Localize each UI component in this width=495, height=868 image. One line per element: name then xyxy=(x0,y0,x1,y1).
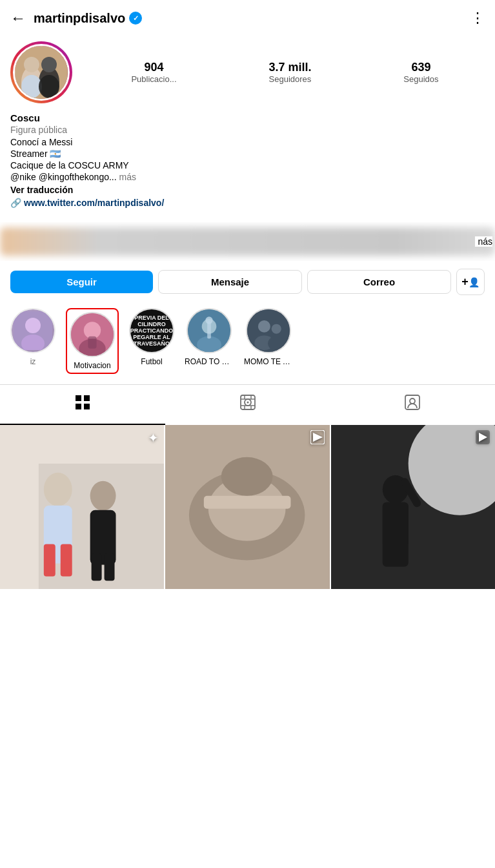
svg-point-20 xyxy=(258,320,270,333)
svg-rect-43 xyxy=(44,544,56,577)
bio-line2: Streamer 🇦🇷 xyxy=(10,149,485,159)
mensaje-button[interactable]: Mensaje xyxy=(158,270,302,294)
svg-rect-24 xyxy=(76,395,81,401)
highlight-circle-iz xyxy=(10,308,56,353)
grid-icon xyxy=(74,394,91,415)
bio-line3: Cacique de la COSCU ARMY xyxy=(10,160,485,170)
following-label: Seguidos xyxy=(403,74,438,84)
highlight-item-road[interactable]: ROAD TO VEL... xyxy=(185,308,234,374)
highlight-label-momo: MOMO TE A... xyxy=(244,357,293,366)
highlight-item-iz[interactable]: iz xyxy=(10,308,56,374)
bio-section: Coscu Figura pública Conocí a Messi Stre… xyxy=(10,112,485,208)
correo-button[interactable]: Correo xyxy=(307,270,451,294)
avatar-image xyxy=(15,46,68,99)
header-username: martinpdisalvo xyxy=(34,11,125,26)
svg-point-6 xyxy=(39,75,59,98)
action-buttons: Seguir Mensaje Correo +👤 xyxy=(0,261,495,303)
svg-point-38 xyxy=(410,398,415,404)
tab-tagged[interactable] xyxy=(330,385,495,425)
video-overlay-icon xyxy=(310,430,325,448)
username-row: martinpdisalvo ✓ xyxy=(34,11,142,26)
profile-top: 904 Publicacio... 3.7 mill. Seguidores 6… xyxy=(10,41,485,103)
photo-cell-2[interactable] xyxy=(165,425,329,589)
followers-label: Seguidores xyxy=(269,74,312,84)
posts-label: Publicacio... xyxy=(131,74,176,84)
header: ← martinpdisalvo ✓ ⋮ xyxy=(0,0,495,36)
svg-point-53 xyxy=(221,457,273,496)
header-left: ← martinpdisalvo ✓ xyxy=(10,9,142,27)
svg-point-21 xyxy=(272,324,281,334)
tagged-icon xyxy=(404,394,421,415)
svg-point-8 xyxy=(25,318,41,333)
svg-rect-52 xyxy=(204,496,291,509)
tab-grid[interactable] xyxy=(0,385,165,425)
highlight-circle-momo xyxy=(246,308,291,353)
following-count: 639 xyxy=(411,61,430,74)
bio-line4: @nike @kingofthekongo... más xyxy=(10,172,485,182)
svg-point-30 xyxy=(247,402,248,404)
bio-website-link[interactable]: www.twitter.com/martinpdisalvo/ xyxy=(24,198,164,208)
svg-rect-17 xyxy=(207,322,211,338)
svg-rect-60 xyxy=(382,502,408,567)
svg-rect-47 xyxy=(92,553,102,581)
story-highlights: iz Motivacion PREVIA DEL xyxy=(0,303,495,379)
highlight-item-motivacion[interactable]: Motivacion xyxy=(70,312,115,370)
video-overlay-icon-2 xyxy=(476,430,490,448)
svg-point-11 xyxy=(84,322,101,338)
tab-reels[interactable] xyxy=(165,385,330,425)
bio-line1: Conocí a Messi xyxy=(10,137,485,147)
highlight-circle-motivacion xyxy=(70,312,115,357)
more-options-button[interactable]: ⋮ xyxy=(470,10,485,26)
ver-traduccion[interactable]: Ver traducción xyxy=(10,185,485,195)
highlight-item-momo[interactable]: MOMO TE A... xyxy=(244,308,293,374)
svg-rect-13 xyxy=(88,336,96,349)
reels-icon xyxy=(239,394,256,415)
svg-point-16 xyxy=(197,336,221,353)
highlight-img-motivacion xyxy=(71,313,114,356)
svg-rect-26 xyxy=(76,404,81,409)
bio-category: Figura pública xyxy=(10,125,485,135)
highlight-circle-futbol: PREVIA DEL CILINDROPRACTICANDOPEGARLE AL… xyxy=(129,308,174,353)
highlight-img-futbol: PREVIA DEL CILINDROPRACTICANDOPEGARLE AL… xyxy=(130,309,173,352)
display-name: Coscu xyxy=(10,112,485,123)
svg-rect-27 xyxy=(84,404,90,409)
verified-badge: ✓ xyxy=(129,12,142,25)
svg-point-18 xyxy=(205,316,212,324)
svg-point-23 xyxy=(268,336,285,351)
highlight-wrapper-motivacion[interactable]: Motivacion xyxy=(66,308,119,374)
bio-link-row: 🔗 www.twitter.com/martinpdisalvo/ xyxy=(10,198,485,208)
highlight-img-road xyxy=(188,309,230,352)
photo-cell-3[interactable] xyxy=(331,425,495,589)
profile-section: 904 Publicacio... 3.7 mill. Seguidores 6… xyxy=(0,36,495,222)
photo-cell-1[interactable]: ✦ xyxy=(0,425,164,589)
stat-posts[interactable]: 904 Publicacio... xyxy=(131,61,176,84)
highlight-img-momo xyxy=(247,309,290,352)
highlight-label-futbol: Futbol xyxy=(141,357,162,366)
stat-followers[interactable]: 3.7 mill. Seguidores xyxy=(268,61,311,84)
stat-following[interactable]: 639 Seguidos xyxy=(403,61,438,84)
highlight-item-futbol[interactable]: PREVIA DEL CILINDROPRACTICANDOPEGARLE AL… xyxy=(129,308,174,374)
svg-point-2 xyxy=(24,57,39,72)
avatar-ring xyxy=(10,41,72,103)
bio-more[interactable]: más xyxy=(119,172,136,182)
svg-point-41 xyxy=(44,473,72,506)
add-person-icon: +👤 xyxy=(461,275,480,289)
avatar-wrapper[interactable] xyxy=(10,41,72,103)
svg-rect-48 xyxy=(105,553,115,581)
tab-bar xyxy=(0,384,495,425)
link-icon: 🔗 xyxy=(10,198,21,208)
highlight-label-iz: iz xyxy=(30,357,36,366)
svg-point-45 xyxy=(90,481,116,511)
add-friend-button[interactable]: +👤 xyxy=(456,269,485,295)
star-overlay-icon: ✦ xyxy=(148,430,159,446)
highlights-bar: nás xyxy=(0,222,495,261)
seguir-button[interactable]: Seguir xyxy=(10,271,153,293)
svg-rect-44 xyxy=(61,544,72,577)
back-button[interactable]: ← xyxy=(10,9,26,27)
stats-row: 904 Publicacio... 3.7 mill. Seguidores 6… xyxy=(85,61,485,84)
photo-grid: ✦ xyxy=(0,425,495,589)
svg-point-4 xyxy=(41,57,57,72)
posts-count: 904 xyxy=(144,61,163,74)
highlights-blur-bg xyxy=(0,227,495,256)
highlights-mas: nás xyxy=(475,236,492,247)
